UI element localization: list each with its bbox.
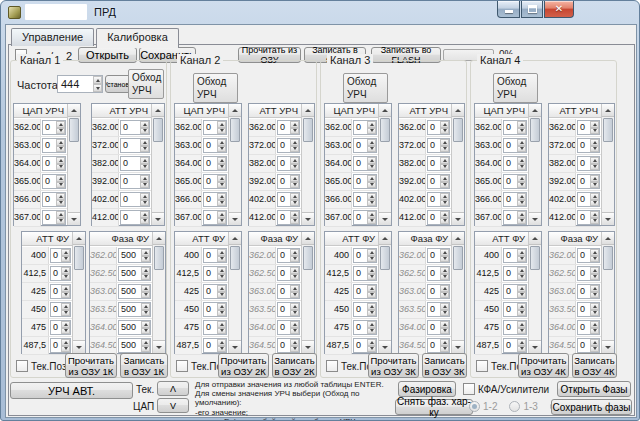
value-spinner[interactable]: 0 xyxy=(120,174,150,189)
spinner-down-button[interactable] xyxy=(590,256,599,263)
value-spinner[interactable]: 0 xyxy=(353,138,377,153)
value-spinner[interactable]: 0 xyxy=(353,284,377,299)
spinner-down-button[interactable] xyxy=(517,164,526,171)
value-spinner[interactable]: 0 xyxy=(427,174,450,189)
scroll-up-icon[interactable] xyxy=(229,232,241,245)
scroll-thumb[interactable] xyxy=(603,246,613,270)
value-spinner[interactable]: 0 xyxy=(577,156,600,171)
table-scrollbar[interactable] xyxy=(601,104,614,225)
spinner-down-button[interactable] xyxy=(290,128,299,135)
spinner-down-button[interactable] xyxy=(367,128,376,135)
spinner-down-button[interactable] xyxy=(590,146,599,153)
spinner-down-button[interactable] xyxy=(367,200,376,207)
value-spinner[interactable]: 0 xyxy=(577,192,600,207)
value-spinner[interactable]: 0 xyxy=(353,338,377,353)
scroll-thumb[interactable] xyxy=(530,246,540,270)
spinner-down-button[interactable] xyxy=(56,200,65,207)
value-spinner[interactable]: 0 xyxy=(203,338,227,353)
value-spinner[interactable]: 0 xyxy=(50,320,71,335)
spinner-down-button[interactable] xyxy=(440,346,449,353)
spinner-down-button[interactable] xyxy=(290,274,299,281)
value-spinner[interactable]: 0 xyxy=(353,192,377,207)
spinner-down-button[interactable] xyxy=(140,200,149,207)
spinner-down-button[interactable] xyxy=(217,182,226,189)
scroll-up-icon[interactable] xyxy=(302,232,314,245)
scroll-thumb[interactable] xyxy=(380,246,390,270)
value-spinner[interactable]: 0 xyxy=(427,302,450,317)
scroll-thumb[interactable] xyxy=(303,118,313,142)
table-scrollbar[interactable] xyxy=(72,232,85,353)
value-spinner[interactable]: 0 xyxy=(120,156,150,171)
spinner-down-button[interactable] xyxy=(590,182,599,189)
value-spinner[interactable]: 0 xyxy=(427,138,450,153)
value-spinner[interactable]: 0 xyxy=(577,210,600,225)
value-spinner[interactable]: 0 xyxy=(503,248,527,263)
value-spinner[interactable]: 0 xyxy=(50,338,71,353)
value-spinner[interactable]: 0 xyxy=(277,248,300,263)
spinner-down-button[interactable] xyxy=(56,164,65,171)
spinner-down-button[interactable] xyxy=(590,218,599,225)
spinner-down-button[interactable] xyxy=(590,292,599,299)
current-position-checkbox[interactable]: Тек.Поз. xyxy=(16,360,69,372)
spinner-down-button[interactable] xyxy=(590,274,599,281)
value-down-button[interactable]: V xyxy=(157,398,189,413)
value-spinner[interactable]: 0 xyxy=(203,192,227,207)
value-spinner[interactable]: 0 xyxy=(577,302,600,317)
radio-1-2[interactable]: 1-2 xyxy=(469,401,497,412)
value-spinner[interactable]: 0 xyxy=(427,266,450,281)
scroll-thumb[interactable] xyxy=(230,246,240,270)
spinner-down-button[interactable] xyxy=(140,128,149,135)
spinner-down-button[interactable] xyxy=(590,346,599,353)
scroll-down-icon[interactable] xyxy=(452,340,464,353)
spinner-down-button[interactable] xyxy=(140,146,149,153)
value-spinner[interactable]: 0 xyxy=(427,120,450,135)
scroll-thumb[interactable] xyxy=(453,118,463,142)
scroll-up-icon[interactable] xyxy=(302,104,314,117)
value-spinner[interactable]: 0 xyxy=(353,174,377,189)
value-spinner[interactable]: 0 xyxy=(203,120,227,135)
scroll-thumb[interactable] xyxy=(303,246,313,270)
value-spinner[interactable]: 0 xyxy=(277,284,300,299)
table-scrollbar[interactable] xyxy=(528,232,541,353)
spinner-down-button[interactable] xyxy=(61,274,70,281)
spinner-down-button[interactable] xyxy=(290,200,299,207)
write-ram-channel-button[interactable]: Записатьв ОЗУ 2К xyxy=(272,353,317,378)
spinner-down-button[interactable] xyxy=(140,164,149,171)
scroll-up-icon[interactable] xyxy=(452,104,464,117)
scroll-down-icon[interactable] xyxy=(379,340,391,353)
table-scrollbar[interactable] xyxy=(451,232,464,353)
spinner-down-button[interactable] xyxy=(440,310,449,317)
scroll-down-icon[interactable] xyxy=(73,340,85,353)
value-spinner[interactable]: 0 xyxy=(503,138,527,153)
scroll-down-icon[interactable] xyxy=(379,212,391,225)
spinner-down-button[interactable] xyxy=(217,146,226,153)
scroll-up-icon[interactable] xyxy=(452,232,464,245)
value-spinner[interactable]: 0 xyxy=(50,266,71,281)
spinner-down-button[interactable] xyxy=(367,292,376,299)
scroll-up-icon[interactable] xyxy=(602,232,614,245)
value-spinner[interactable]: 0 xyxy=(120,120,150,135)
spinner-down-button[interactable] xyxy=(367,146,376,153)
value-spinner[interactable]: 0 xyxy=(203,284,227,299)
scroll-down-icon[interactable] xyxy=(302,212,314,225)
value-spinner[interactable]: 0 xyxy=(503,210,527,225)
scroll-up-icon[interactable] xyxy=(529,232,541,245)
value-spinner[interactable]: 500 xyxy=(118,320,151,335)
scroll-down-icon[interactable] xyxy=(68,212,80,225)
bypass-urch-button[interactable]: Обход УРЧ xyxy=(343,73,388,103)
spinner-down-button[interactable] xyxy=(590,128,599,135)
spinner-down-button[interactable] xyxy=(217,310,226,317)
scroll-down-icon[interactable] xyxy=(302,340,314,353)
value-spinner[interactable]: 0 xyxy=(577,248,600,263)
spinner-down-button[interactable] xyxy=(440,164,449,171)
scroll-up-icon[interactable] xyxy=(602,104,614,117)
spinner-down-button[interactable] xyxy=(217,128,226,135)
value-spinner[interactable]: 0 xyxy=(577,338,600,353)
value-spinner[interactable]: 0 xyxy=(353,120,377,135)
open-phases-button[interactable]: Открыть Фазы xyxy=(557,381,631,397)
spinner-down-button[interactable] xyxy=(61,292,70,299)
bypass-urch-button[interactable]: Обход УРЧ xyxy=(128,69,164,99)
value-spinner[interactable]: 0 xyxy=(503,120,527,135)
spinner-down-button[interactable] xyxy=(440,182,449,189)
read-ram-channel-button[interactable]: Прочитатьиз ОЗУ 4К xyxy=(518,353,569,378)
